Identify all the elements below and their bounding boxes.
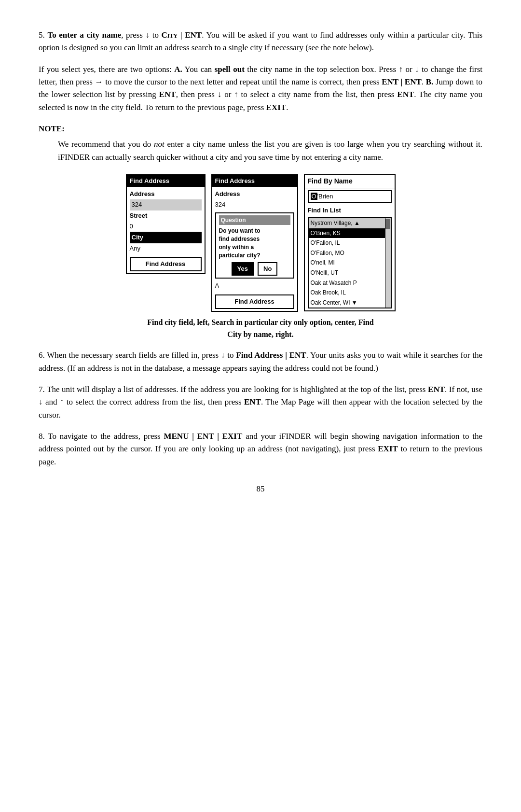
panel2-title: Find Address <box>212 175 297 187</box>
note-section: NOTE: We recommend that you do not enter… <box>39 123 482 164</box>
paragraph-5: 8. To navigate to the address, press MEN… <box>39 430 482 468</box>
panel-find-address-center: Find Address Address 324 Question Do you… <box>211 174 298 312</box>
panel1-row-street-label: Street <box>130 210 202 221</box>
list-content: Nystrom Village, ▲ O'Brien, KS O'Fallon,… <box>309 218 385 308</box>
input-text: 'Brien <box>317 193 333 200</box>
list-item-ofallon-mo[interactable]: O'Fallon, MO <box>309 248 385 258</box>
panel3-list-label: Find In List <box>305 205 395 216</box>
input-cursor: O <box>311 193 317 200</box>
panel2-find-address-btn[interactable]: Find Address <box>215 294 294 309</box>
list-item-oak-center[interactable]: Oak Center, WI ▼ <box>309 298 385 308</box>
panel1-title: Find Address <box>127 175 205 187</box>
panel1-row-city-label: City <box>130 232 202 243</box>
note-text: We recommend that you do not enter a cit… <box>58 138 482 164</box>
page-number: 85 <box>39 483 482 495</box>
panel2-body: Address 324 Question Do you want tofind … <box>212 187 297 310</box>
main-content: 5. To enter a city name, press ↓ to City… <box>39 29 482 495</box>
panel2-324: 324 <box>215 199 294 210</box>
panel-find-address-left: Find Address Address 324 Street 0 City A… <box>126 174 206 274</box>
note-label: NOTE: <box>39 123 482 135</box>
yes-button[interactable]: Yes <box>232 262 254 276</box>
list-item-ofallon-il[interactable]: O'Fallon, IL <box>309 238 385 248</box>
paragraph-3: 6. When the necessary search fields are … <box>39 349 482 375</box>
list-item-obrien-ks[interactable]: O'Brien, KS <box>309 228 385 238</box>
question-title: Question <box>219 215 290 225</box>
scrollbar-thumb <box>385 219 390 229</box>
paragraph-4: 7. The unit will display a list of addre… <box>39 383 482 421</box>
no-button[interactable]: No <box>258 262 277 276</box>
paragraph-1: 5. To enter a city name, press ↓ to City… <box>39 29 482 55</box>
question-buttons: Yes No <box>219 262 290 276</box>
list-item-nystrom[interactable]: Nystrom Village, ▲ <box>309 218 385 228</box>
panel1-body: Address 324 Street 0 City Any Find Addre… <box>127 187 205 273</box>
panel3-list: Nystrom Village, ▲ O'Brien, KS O'Fallon,… <box>308 217 392 308</box>
panel3-input[interactable]: O'Brien <box>308 190 392 203</box>
question-box: Question Do you want tofind addressesonl… <box>215 212 294 279</box>
panel3-title: Find By Name <box>305 175 395 188</box>
question-text: Do you want tofind addressesonly within … <box>219 227 290 259</box>
list-scroll-area: Nystrom Village, ▲ O'Brien, KS O'Fallon,… <box>309 218 391 308</box>
panel1-row-324: 324 <box>130 199 202 210</box>
list-item-oneill-ut[interactable]: O'Neill, UT <box>309 268 385 278</box>
figure-caption: Find city field, left, Search in particu… <box>39 317 482 341</box>
figure-area: Find Address Address 324 Street 0 City A… <box>39 174 482 312</box>
list-item-oak-wasatch[interactable]: Oak at Wasatch P <box>309 278 385 288</box>
paragraph-2: If you select yes, there are two options… <box>39 63 482 114</box>
panel2-row-a: A <box>215 280 294 291</box>
panel1-row-0: 0 <box>130 221 202 232</box>
panel1-row-address-label: Address <box>130 189 202 199</box>
list-item-oak-brook[interactable]: Oak Brook, IL <box>309 288 385 298</box>
list-item-oneil-mi[interactable]: O'neil, MI <box>309 258 385 268</box>
panel1-row-any: Any <box>130 243 202 254</box>
panel1-find-address-btn[interactable]: Find Address <box>130 257 202 271</box>
scrollbar[interactable] <box>385 218 391 308</box>
panel2-address-label: Address <box>215 189 294 199</box>
panel-find-by-name: Find By Name O'Brien Find In List Nystro… <box>304 174 396 311</box>
